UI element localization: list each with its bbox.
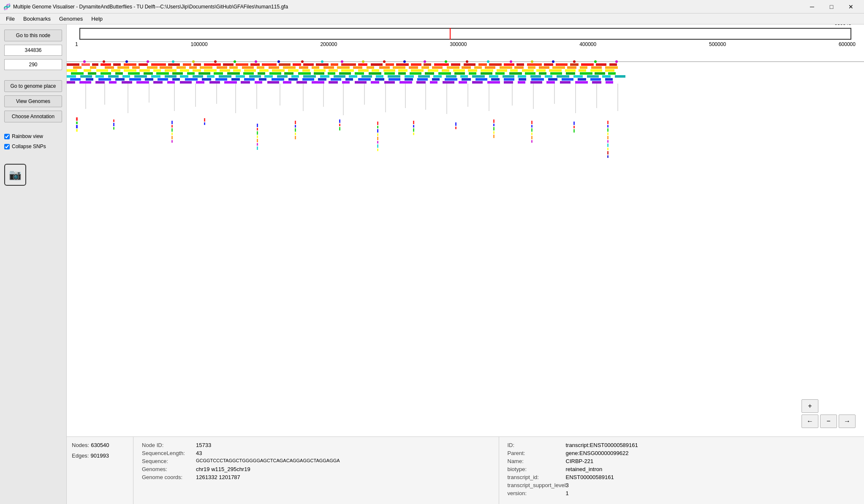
go-to-genome-button[interactable]: Go to genome place: [4, 80, 62, 92]
svg-rect-245: [122, 81, 132, 84]
close-button[interactable]: ✕: [841, 0, 861, 14]
svg-rect-91: [165, 69, 177, 72]
pan-left-button[interactable]: ←: [802, 415, 818, 428]
svg-rect-157: [539, 72, 546, 75]
svg-rect-208: [145, 78, 153, 81]
svg-rect-62: [323, 66, 334, 69]
svg-rect-397: [607, 151, 609, 154]
svg-rect-86: [96, 69, 108, 72]
zoom-in-button[interactable]: +: [802, 399, 818, 413]
annot-name-label: Name:: [508, 458, 562, 464]
zoom-out-button[interactable]: −: [820, 415, 837, 428]
maximize-button[interactable]: □: [822, 0, 841, 14]
svg-point-314: [277, 60, 280, 63]
node-id-value: 15733: [196, 442, 211, 448]
svg-rect-45: [90, 66, 96, 69]
collapse-snps-checkbox[interactable]: [4, 144, 10, 149]
tick-400k: 400000: [579, 41, 596, 47]
svg-rect-58: [269, 66, 279, 69]
svg-rect-218: [288, 78, 298, 81]
svg-rect-387: [573, 126, 575, 128]
svg-rect-162: [608, 72, 616, 75]
svg-rect-366: [377, 141, 378, 144]
svg-rect-46: [105, 66, 114, 69]
svg-rect-153: [481, 72, 492, 75]
svg-rect-336: [113, 123, 114, 126]
svg-rect-49: [147, 66, 158, 69]
svg-rect-204: [86, 78, 93, 81]
menu-genomes[interactable]: Genomes: [55, 15, 87, 23]
svg-rect-337: [113, 127, 114, 130]
svg-rect-80: [567, 66, 576, 69]
svg-rect-101: [302, 69, 310, 72]
svg-point-329: [594, 60, 597, 63]
svg-point-312: [234, 60, 236, 63]
svg-rect-195: [518, 75, 526, 78]
view-genomes-button[interactable]: View Genomes: [4, 95, 62, 107]
svg-rect-75: [500, 66, 512, 69]
svg-rect-339: [171, 125, 173, 127]
svg-rect-95: [220, 69, 230, 72]
rainbow-view-label: Rainbow view: [12, 133, 43, 139]
svg-rect-139: [284, 72, 293, 75]
svg-rect-168: [134, 75, 147, 78]
svg-point-315: [301, 60, 304, 63]
annot-biotype-label: biotype:: [508, 466, 562, 472]
svg-rect-36: [516, 63, 524, 66]
svg-rect-234: [519, 78, 526, 81]
svg-rect-12: [193, 63, 201, 66]
annot-version-value: 1: [566, 490, 569, 496]
svg-rect-127: [115, 72, 123, 75]
svg-point-319: [383, 60, 386, 63]
svg-rect-359: [339, 124, 340, 126]
svg-point-321: [424, 60, 426, 63]
svg-rect-3: [82, 63, 90, 66]
svg-rect-25: [371, 63, 383, 66]
collapse-snps-row: Collapse SNPs: [4, 144, 62, 149]
viz-area[interactable]: + ← − →: [67, 58, 864, 436]
menu-bookmarks[interactable]: Bookmarks: [19, 15, 55, 23]
svg-rect-144: [355, 72, 364, 75]
svg-rect-192: [472, 75, 485, 78]
minimize-button[interactable]: ─: [802, 0, 822, 14]
svg-rect-220: [318, 78, 326, 81]
svg-point-307: [125, 60, 128, 63]
svg-rect-148: [410, 72, 421, 75]
node-id2-input[interactable]: [4, 59, 62, 70]
svg-rect-69: [421, 66, 429, 69]
annot-biotype-row: biotype: retained_intron: [508, 466, 856, 472]
menu-file[interactable]: File: [2, 15, 19, 23]
menu-help[interactable]: Help: [87, 15, 107, 23]
choose-annotation-button[interactable]: Choose Annotation: [4, 111, 62, 122]
svg-rect-10: [168, 63, 180, 66]
nodes-value: 630540: [91, 442, 109, 448]
svg-rect-206: [115, 78, 125, 81]
edges-row: Edges: 901993: [72, 453, 128, 459]
svg-rect-187: [405, 75, 414, 78]
svg-rect-355: [295, 128, 296, 132]
node-id-input[interactable]: [4, 45, 62, 56]
go-to-node-button[interactable]: Go to this node: [4, 30, 62, 41]
svg-rect-334: [76, 129, 78, 132]
collapse-snps-label: Collapse SNPs: [12, 144, 46, 149]
zoom-controls: + ← − →: [802, 399, 856, 428]
svg-rect-251: [209, 81, 220, 84]
rainbow-view-checkbox[interactable]: [4, 134, 10, 139]
nodes-label: Nodes:: [72, 442, 89, 448]
svg-rect-105: [358, 69, 369, 72]
svg-rect-154: [495, 72, 505, 75]
svg-rect-214: [231, 78, 240, 81]
sequence-value: GCGGTCCCTAGGCTGGGGGAGCTCAGACAGGAGGCTAGGA…: [196, 458, 340, 464]
svg-rect-190: [446, 75, 456, 78]
svg-rect-196: [530, 75, 541, 78]
svg-rect-236: [548, 78, 557, 81]
genome-coords-label: Genome coords:: [142, 474, 193, 480]
svg-rect-118: [536, 69, 546, 72]
svg-rect-361: [377, 122, 378, 125]
svg-rect-182: [334, 75, 345, 78]
pan-right-button[interactable]: →: [839, 415, 856, 428]
svg-rect-71: [447, 66, 459, 69]
annot-name-value: CIRBP-221: [566, 458, 594, 464]
camera-button[interactable]: 📷: [4, 164, 26, 186]
svg-rect-83: [605, 66, 618, 69]
